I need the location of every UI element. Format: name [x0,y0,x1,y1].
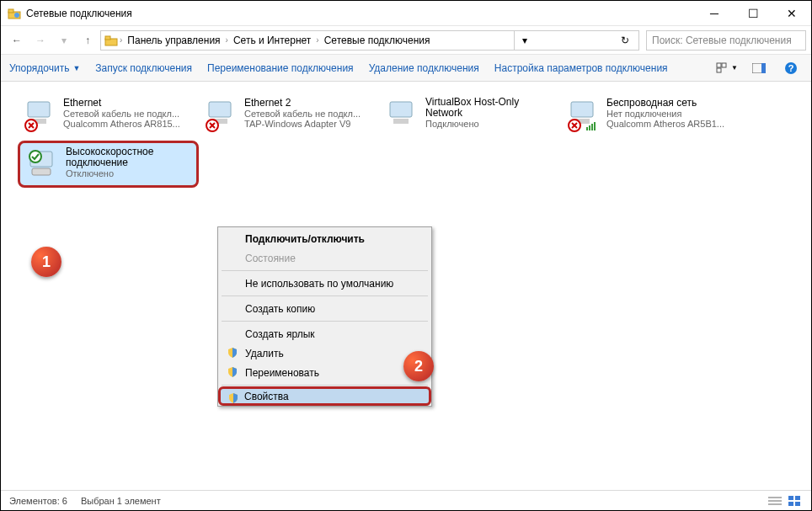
svg-rect-7 [717,68,721,72]
shield-icon [227,347,238,359]
search-placeholder: Поиск: Сетевые подключения [652,35,792,46]
titlebar: Сетевые подключения ─ ☐ ✕ [1,1,811,26]
connection-name: Ethernet [63,97,180,109]
svg-rect-33 [788,496,793,500]
cm-connect-disconnect[interactable]: Подключить/отключить [220,229,430,248]
svg-rect-36 [795,502,800,506]
connection-status: Подключено [425,119,556,129]
wireless-icon [566,97,601,132]
cm-rename[interactable]: Переименовать [220,363,430,382]
crumb-network-connections[interactable]: Сетевые подключения [321,33,434,48]
callout-1: 1 [31,247,61,277]
svg-rect-4 [105,36,110,40]
breadcrumb[interactable]: › Панель управления › Сеть и Интернет › … [100,30,639,51]
search-input[interactable]: Поиск: Сетевые подключения [646,30,806,51]
connection-device: TAP-Windows Adapter V9 [244,119,361,129]
svg-rect-34 [795,496,800,500]
window-title: Сетевые подключения [26,8,695,19]
rename-connection-button[interactable]: Переименование подключения [207,62,354,74]
context-menu: Подключить/отключить Состояние Не исполь… [217,226,432,407]
svg-rect-28 [32,168,51,175]
svg-point-29 [29,151,41,162]
svg-rect-35 [788,502,793,506]
ethernet-icon [23,97,58,132]
close-button[interactable]: ✕ [772,1,811,26]
cm-status: Состояние [220,248,430,268]
details-view-button[interactable] [767,495,783,507]
svg-rect-5 [717,63,721,67]
cm-delete[interactable]: Удалить [220,343,430,363]
network-folder-icon [104,34,118,47]
content-area: Ethernet Сетевой кабель не подкл... Qual… [1,82,811,490]
connection-ethernet2[interactable]: Ethernet 2 Сетевой кабель не подкл... TA… [199,93,380,136]
address-bar: ← → ▾ ↑ › Панель управления › Сеть и Инт… [1,26,811,55]
maximize-button[interactable]: ☐ [734,1,772,26]
chevron-right-icon[interactable]: › [120,35,122,45]
svg-rect-19 [393,119,409,124]
connection-settings-button[interactable]: Настройка параметров подключения [494,62,668,74]
connection-status: Отключено [66,168,191,178]
large-icons-view-button[interactable] [788,495,803,507]
cm-separator [222,385,428,386]
shield-icon [227,366,238,378]
connection-ethernet[interactable]: Ethernet Сетевой кабель не подкл... Qual… [18,93,199,136]
chevron-right-icon[interactable]: › [226,35,228,45]
dropdown-button[interactable]: ▾ [514,30,534,51]
svg-rect-1 [8,9,13,13]
preview-pane-button[interactable] [747,59,771,77]
cm-separator [222,295,428,296]
cm-separator [222,321,428,322]
chevron-right-icon[interactable]: › [316,35,318,45]
svg-rect-25 [591,124,593,130]
delete-connection-button[interactable]: Удаление подключения [369,62,479,74]
cm-not-default[interactable]: Не использовать по умолчанию [220,274,430,293]
refresh-button[interactable]: ↻ [615,30,635,51]
connection-name: Беспроводная сеть [606,97,724,109]
connection-status: Сетевой кабель не подкл... [244,109,361,119]
cm-create-shortcut[interactable]: Создать ярлык [220,324,430,343]
connection-device: Qualcomm Atheros AR815... [63,119,180,129]
minimize-button[interactable]: ─ [695,1,734,26]
view-options-button[interactable]: ▼ [715,59,739,77]
svg-point-2 [14,13,19,18]
crumb-network-internet[interactable]: Сеть и Интернет [230,33,314,48]
svg-rect-26 [594,122,596,130]
up-button[interactable]: ↑ [77,29,99,51]
cm-separator [222,270,428,271]
svg-rect-23 [586,127,588,130]
forward-button: → [29,29,51,51]
help-button[interactable]: ? [779,59,803,77]
ethernet-icon [204,97,239,132]
shield-icon [227,392,239,404]
svg-rect-18 [390,102,412,117]
recent-dropdown[interactable]: ▾ [53,29,75,51]
network-folder-icon [8,7,21,20]
organize-menu[interactable]: Упорядочить ▼ [9,62,80,74]
connection-broadband[interactable]: Высокоскоростное подключение Отключено [18,141,199,188]
svg-text:?: ? [788,63,794,73]
svg-rect-9 [761,63,766,73]
crumb-control-panel[interactable]: Панель управления [124,33,223,48]
connection-wireless[interactable]: Беспроводная сеть Нет подключения Qualco… [561,93,742,136]
connection-virtualbox[interactable]: VirtualBox Host-Only Network Подключено [380,93,561,136]
connection-name: VirtualBox Host-Only Network [425,97,556,119]
back-button[interactable]: ← [6,29,28,51]
status-element-count: Элементов: 6 [9,496,67,506]
svg-rect-24 [589,125,590,130]
dialup-icon [25,146,61,182]
cm-properties[interactable]: Свойства [218,386,431,406]
start-connection-button[interactable]: Запуск подключения [95,62,192,74]
svg-rect-6 [722,63,726,67]
connection-name: Высокоскоростное подключение [66,146,191,168]
ethernet-icon [385,97,420,132]
connection-status: Сетевой кабель не подкл... [63,109,180,119]
connection-device: Qualcomm Atheros AR5B1... [606,119,724,129]
svg-rect-20 [571,102,593,117]
connection-status: Нет подключения [606,109,724,119]
svg-rect-12 [28,102,50,117]
connection-name: Ethernet 2 [244,97,361,109]
status-bar: Элементов: 6 Выбран 1 элемент [1,490,811,510]
cm-create-copy[interactable]: Создать копию [220,299,430,318]
svg-rect-15 [209,102,231,117]
network-connections-window: Сетевые подключения ─ ☐ ✕ ← → ▾ ↑ › Пане… [1,1,811,510]
